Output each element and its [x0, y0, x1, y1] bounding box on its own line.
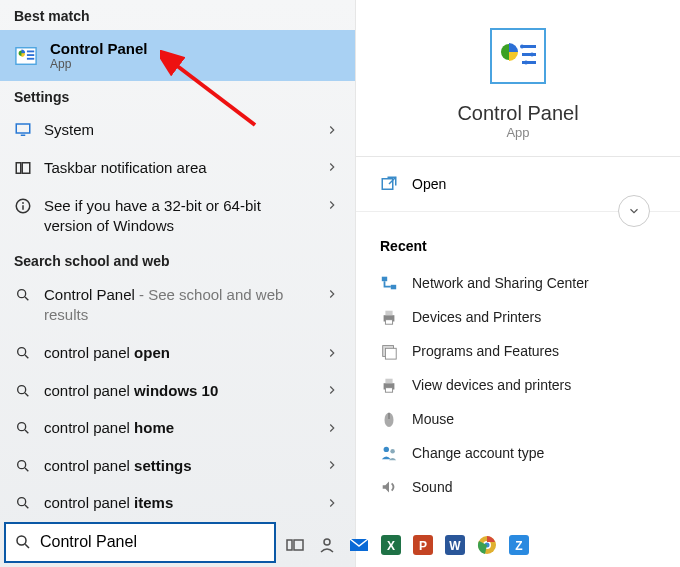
svg-rect-11	[22, 205, 24, 210]
svg-point-29	[520, 45, 524, 49]
svg-rect-36	[382, 277, 387, 282]
recent-label: Sound	[412, 479, 452, 495]
printer-icon	[380, 376, 398, 394]
svg-rect-40	[385, 320, 392, 325]
excel-icon[interactable]: X	[378, 532, 404, 558]
search-icon	[14, 286, 32, 304]
svg-point-16	[18, 385, 26, 393]
recent-item[interactable]: Mouse	[380, 402, 656, 436]
chevron-right-icon	[323, 381, 341, 399]
web-result[interactable]: control panel windows 10	[0, 372, 355, 410]
chevron-right-icon	[323, 121, 341, 139]
web-result[interactable]: control panel open	[0, 334, 355, 372]
info-icon	[14, 197, 32, 215]
network-icon	[380, 274, 398, 292]
svg-point-14	[18, 348, 26, 356]
web-result[interactable]: control panel items	[0, 484, 355, 522]
svg-rect-3	[27, 54, 34, 56]
best-match-subtitle: App	[50, 57, 341, 71]
taskbar: XPWZ	[282, 529, 532, 561]
expand-button[interactable]	[618, 195, 650, 227]
monitor-icon	[14, 121, 32, 139]
web-result[interactable]: Control Panel - See school and web resul…	[0, 275, 355, 334]
best-match-result[interactable]: Control Panel App	[0, 30, 355, 81]
svg-rect-7	[16, 163, 21, 174]
settings-result[interactable]: System	[0, 111, 355, 149]
recent-item[interactable]: Sound	[380, 470, 656, 504]
chrome-icon[interactable]	[474, 532, 500, 558]
details-title: Control Panel	[457, 102, 578, 125]
recent-label: Mouse	[412, 411, 454, 427]
recent-item[interactable]: Change account type	[380, 436, 656, 470]
svg-rect-8	[22, 163, 30, 174]
open-label: Open	[412, 176, 446, 192]
search-icon	[14, 494, 32, 512]
svg-point-22	[18, 498, 26, 506]
search-icon	[14, 382, 32, 400]
svg-point-12	[18, 290, 26, 298]
task-view-icon[interactable]	[282, 532, 308, 558]
result-label: control panel windows 10	[44, 381, 311, 401]
chevron-right-icon	[323, 344, 341, 362]
svg-line-19	[25, 430, 28, 433]
best-match-title: Control Panel	[50, 40, 341, 57]
mouse-icon	[380, 410, 398, 428]
recent-item[interactable]: View devices and printers	[380, 368, 656, 402]
settings-result[interactable]: See if you have a 32-bit or 64-bit versi…	[0, 186, 355, 245]
best-match-header: Best match	[0, 0, 355, 30]
svg-point-49	[390, 449, 395, 454]
web-result[interactable]: control panel home	[0, 409, 355, 447]
search-web-header: Search school and web	[0, 245, 355, 275]
svg-rect-50	[287, 540, 292, 550]
svg-point-20	[18, 460, 26, 468]
result-label: Taskbar notification area	[44, 158, 311, 178]
recent-label: Network and Sharing Center	[412, 275, 589, 291]
svg-text:P: P	[419, 539, 427, 553]
recent-label: Programs and Features	[412, 343, 559, 359]
recent-item[interactable]: Devices and Printers	[380, 300, 656, 334]
details-subtitle: App	[506, 125, 529, 140]
search-input-container[interactable]	[4, 522, 276, 564]
chevron-right-icon	[323, 456, 341, 474]
svg-line-15	[25, 355, 28, 358]
svg-text:Z: Z	[515, 539, 522, 553]
recent-item[interactable]: Network and Sharing Center	[380, 266, 656, 300]
open-action[interactable]: Open	[356, 157, 680, 212]
svg-point-18	[18, 423, 26, 431]
recent-label: View devices and printers	[412, 377, 571, 393]
chevron-right-icon	[323, 494, 341, 512]
settings-header: Settings	[0, 81, 355, 111]
svg-point-31	[530, 53, 534, 57]
powerpoint-icon[interactable]: P	[410, 532, 436, 558]
programs-icon	[380, 342, 398, 360]
web-result[interactable]: control panel settings	[0, 447, 355, 485]
mail-icon[interactable]	[346, 532, 372, 558]
control-panel-icon	[14, 44, 38, 68]
word-icon[interactable]: W	[442, 532, 468, 558]
recent-item[interactable]: Programs and Features	[380, 334, 656, 368]
recent-label: Change account type	[412, 445, 544, 461]
svg-point-10	[22, 202, 24, 204]
chevron-right-icon	[323, 419, 341, 437]
result-label: Control Panel - See school and web resul…	[44, 285, 311, 324]
svg-point-33	[524, 61, 528, 65]
svg-rect-2	[27, 50, 34, 52]
chevron-right-icon	[323, 196, 341, 214]
svg-rect-44	[385, 379, 392, 384]
search-input[interactable]	[40, 533, 266, 551]
svg-point-48	[384, 447, 389, 452]
control-panel-icon-large	[490, 28, 546, 84]
allapps-icon	[14, 159, 32, 177]
svg-line-13	[25, 297, 28, 300]
svg-rect-42	[385, 348, 396, 359]
svg-rect-4	[27, 57, 34, 59]
svg-point-24	[17, 536, 26, 545]
svg-line-21	[25, 468, 28, 471]
details-panel: Control Panel App Open Recent Network an…	[355, 0, 680, 567]
settings-result[interactable]: Taskbar notification area	[0, 149, 355, 187]
svg-rect-5	[16, 124, 30, 133]
svg-text:X: X	[387, 539, 395, 553]
zalo-icon[interactable]: Z	[506, 532, 532, 558]
recent-header: Recent	[380, 238, 656, 254]
people-icon[interactable]	[314, 532, 340, 558]
